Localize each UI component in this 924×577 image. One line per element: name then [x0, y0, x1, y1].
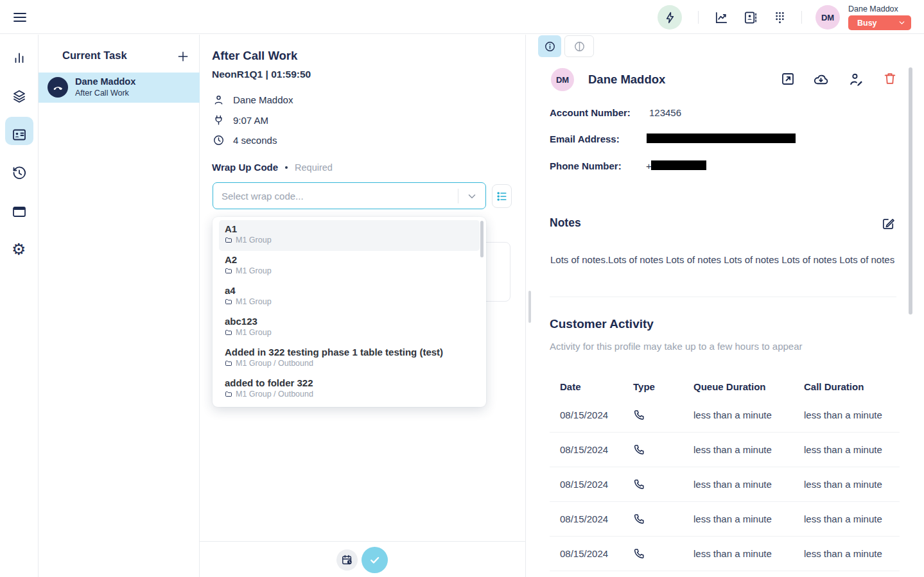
avatar-initials: DM — [556, 75, 569, 85]
hamburger-menu-icon[interactable] — [12, 10, 28, 25]
activity-table-header: Date Type Queue Duration Call Duration — [550, 375, 900, 398]
phone-icon — [633, 444, 693, 456]
contacts-button[interactable] — [743, 10, 758, 25]
task-title: After Call Work — [212, 49, 297, 63]
phone-icon — [633, 478, 693, 490]
task-panel-title: Current Task — [62, 49, 127, 62]
layers-icon — [12, 89, 27, 104]
start-time: 9:07 AM — [233, 115, 268, 126]
wrap-code-input[interactable] — [222, 186, 446, 205]
task-duration: 4 seconds — [233, 135, 277, 146]
right-panel-scrollbar[interactable] — [909, 67, 912, 314]
activity-row[interactable]: 08/15/2024 less than a minute less than … — [550, 467, 900, 502]
middle-panel-scrollbar[interactable] — [528, 291, 531, 323]
gear-icon: ⚙ — [12, 240, 26, 258]
trash-icon — [883, 71, 898, 85]
email-label: Email Address: — [550, 133, 620, 144]
chevron-down-icon[interactable] — [466, 191, 478, 202]
column-header-queue-duration: Queue Duration — [693, 381, 804, 392]
activity-date: 08/15/2024 — [560, 409, 633, 420]
wrap-code-option[interactable]: Added in 322 testing phase 1 table testi… — [213, 343, 486, 374]
window-icon — [12, 204, 27, 220]
phone-icon — [633, 513, 693, 525]
external-link-icon — [780, 71, 796, 87]
select-divider — [458, 189, 458, 203]
edit-contact-button[interactable] — [848, 71, 864, 87]
call-duration: less than a minute — [804, 548, 900, 559]
notes-text: Lots of notes.Lots of notes Lots of note… — [550, 254, 897, 265]
dialpad-button[interactable] — [772, 10, 787, 25]
wrap-code-select[interactable] — [213, 182, 486, 209]
contact-book-icon — [743, 10, 758, 25]
add-task-button[interactable] — [177, 50, 189, 63]
top-bar: DM Dane Maddox Busy — [0, 0, 924, 34]
dropdown-scrollbar[interactable] — [480, 221, 484, 257]
tab-split-view[interactable] — [564, 35, 594, 57]
app-window: DM Dane Maddox Busy — [0, 0, 924, 577]
required-label: Required — [295, 162, 333, 173]
folder-icon — [225, 390, 232, 398]
wrap-code-option[interactable]: a4 M1 Group — [213, 282, 486, 313]
wrap-code-option[interactable]: added to folder 322 M1 Group / Outbound — [213, 374, 486, 405]
status-dropdown[interactable]: Busy — [848, 15, 911, 30]
activity-row[interactable]: 08/15/2024 less than a minute less than … — [550, 502, 900, 537]
open-profile-button[interactable] — [780, 71, 796, 87]
edit-note-icon — [881, 216, 896, 231]
customer-activity-subtitle: Activity for this profile may take up to… — [550, 341, 803, 352]
reporting-button[interactable] — [714, 10, 729, 25]
folder-icon — [225, 236, 232, 244]
activity-date: 08/15/2024 — [560, 513, 633, 524]
contact-name: Dane Maddox — [233, 94, 293, 105]
profile-name: Dane Maddox — [588, 73, 665, 87]
task-subtitle: NeonR1Q1 | 01:59:50 — [212, 69, 311, 80]
user-avatar[interactable]: DM — [815, 5, 840, 30]
delete-contact-button[interactable] — [883, 71, 898, 87]
nav-history-button[interactable] — [12, 166, 27, 181]
footer-divider — [200, 541, 525, 542]
edit-notes-button[interactable] — [881, 216, 896, 231]
task-avatar — [48, 77, 68, 98]
calendar-clock-icon — [341, 554, 353, 566]
activity-row[interactable]: 08/15/2024 less than a minute less than … — [550, 398, 900, 433]
nav-analytics-button[interactable] — [12, 50, 27, 65]
account-number-label: Account Number: — [550, 107, 631, 118]
phone-label: Phone Number: — [550, 160, 622, 171]
wrap-code-option[interactable]: A1 M1 Group — [219, 220, 480, 251]
contact-card-icon — [12, 127, 27, 142]
panel-divider — [525, 35, 526, 577]
complete-task-button[interactable] — [362, 547, 388, 573]
wrap-up-code-header: Wrap Up Code Required — [212, 162, 333, 173]
phone-icon — [633, 547, 693, 560]
nav-contacts-button[interactable] — [12, 127, 27, 142]
call-duration: less than a minute — [804, 409, 900, 420]
person-icon — [213, 94, 225, 106]
task-contact-name: Dane Maddox — [75, 76, 135, 87]
user-name: Dane Maddox — [848, 4, 898, 13]
nav-tasks-button[interactable] — [12, 89, 27, 104]
nav-browser-button[interactable] — [12, 204, 27, 220]
check-icon — [368, 553, 381, 567]
cloud-download-icon — [813, 71, 828, 87]
plug-icon — [213, 114, 225, 126]
activity-row[interactable]: 08/15/2024 less than a minute less than … — [550, 433, 900, 467]
download-profile-button[interactable] — [813, 71, 828, 87]
task-list-item[interactable]: Dane Maddox After Call Work — [39, 73, 200, 103]
call-duration: less than a minute — [804, 479, 900, 490]
wrap-code-option[interactable]: A2 M1 Group — [213, 251, 486, 282]
column-header-type: Type — [633, 381, 693, 392]
wrap-code-list-button[interactable] — [492, 184, 512, 208]
quick-actions-button[interactable] — [658, 5, 682, 30]
tab-profile-info[interactable] — [538, 35, 561, 57]
activity-date: 08/15/2024 — [560, 479, 633, 490]
nav-settings-button[interactable]: ⚙ — [12, 241, 27, 257]
activity-row[interactable]: 08/15/2024 less than a minute less than … — [550, 537, 900, 571]
activity-table: Date Type Queue Duration Call Duration 0… — [550, 375, 900, 571]
queue-duration: less than a minute — [693, 444, 804, 455]
contact-meta-row: Dane Maddox — [213, 94, 293, 106]
folder-icon — [225, 359, 232, 367]
list-icon — [496, 190, 509, 203]
clock-icon — [213, 134, 225, 146]
wrap-code-option[interactable]: abc123 M1 Group — [213, 313, 486, 343]
profile-avatar: DM — [551, 68, 574, 91]
schedule-callback-button[interactable] — [336, 549, 358, 571]
